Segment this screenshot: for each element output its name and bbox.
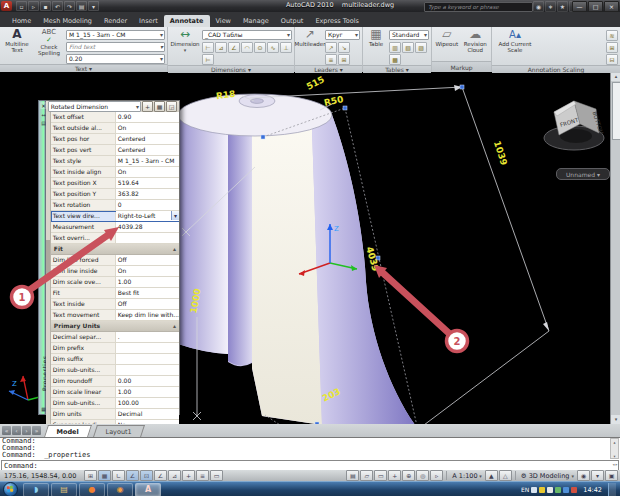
tab-model[interactable]: Model xyxy=(44,425,92,437)
snap-toggle[interactable]: ⊞ xyxy=(84,470,97,481)
ribbon-tab-insert[interactable]: Insert xyxy=(133,15,164,27)
tray-icon-5[interactable] xyxy=(563,487,569,493)
annotation-scale-button[interactable]: A 1:100 xyxy=(450,472,483,480)
prev-tab-icon[interactable]: ‹ xyxy=(12,426,21,435)
add-leader-icon[interactable]: ↗ xyxy=(325,42,337,53)
angular-dimension-icon[interactable]: ∠ xyxy=(228,42,240,53)
remove-leader-icon[interactable]: ↘ xyxy=(338,42,350,53)
property-value[interactable]: On xyxy=(116,266,179,276)
multileader-button[interactable]: ↗ Multileader xyxy=(297,28,323,65)
palette-close-icon[interactable]: ✕ xyxy=(40,102,47,109)
application-menu-button[interactable]: A xyxy=(1,1,12,11)
leaders-panel-label[interactable]: Leaders xyxy=(314,66,338,73)
table-style-combo[interactable]: Standard xyxy=(389,30,429,40)
next-tab-icon[interactable]: › xyxy=(22,426,31,435)
ribbon-tab-express-tools[interactable]: Express Tools xyxy=(309,15,364,27)
data-link-icon[interactable]: ▨ xyxy=(415,42,427,53)
scroll-down-icon[interactable]: ▾ xyxy=(611,415,620,424)
status-overflow-icon[interactable]: ▾ xyxy=(591,470,604,481)
aligned-dimension-icon[interactable]: ⊿ xyxy=(215,42,227,53)
property-value[interactable]: 0.00 xyxy=(116,376,179,386)
property-value[interactable]: On xyxy=(116,123,179,133)
property-value[interactable]: Centered xyxy=(116,134,179,144)
open-icon[interactable]: ▹ xyxy=(28,1,39,11)
command-resize-icon[interactable]: ◂▸ xyxy=(612,461,618,467)
ribbon-tab-view[interactable]: View xyxy=(210,15,237,27)
add-delete-scales-icon[interactable]: ⊞ xyxy=(606,42,618,53)
table-cell-icon[interactable]: ▧ xyxy=(402,42,414,53)
text-panel-label[interactable]: Text xyxy=(75,65,87,72)
radius-dimension-icon[interactable]: ⊙ xyxy=(254,42,266,53)
scrollbar-thumb[interactable] xyxy=(612,82,620,140)
clean-screen-icon[interactable]: ▣ xyxy=(605,470,618,481)
language-indicator[interactable]: EN xyxy=(521,486,529,493)
viewcube[interactable]: FRONT BOTTOM xyxy=(540,92,612,164)
tray-icon-3[interactable] xyxy=(547,487,553,493)
plot-icon[interactable]: ▤ xyxy=(76,1,87,11)
start-button[interactable] xyxy=(3,482,18,496)
wipeout-button[interactable]: ▱ Wipeout xyxy=(434,28,460,61)
property-value[interactable]: 0 xyxy=(116,200,179,210)
otrack-toggle[interactable]: ∠ xyxy=(154,470,167,481)
object-type-combo[interactable]: Rotated Dimension xyxy=(48,101,141,112)
quick-view-drawings-icon[interactable]: ▱ xyxy=(360,470,373,481)
taskbar-clock[interactable]: 14:42 xyxy=(579,486,606,494)
palette-title-strip[interactable]: ✕ ↔ ▤ Properties ▦ xyxy=(38,100,46,415)
property-value[interactable]: Decimal xyxy=(116,409,179,419)
tab-layout1[interactable]: Layout1 xyxy=(93,425,145,437)
coordinates-readout[interactable]: 175.16, 1548.54, 0.00 xyxy=(0,472,84,480)
zoom-icon[interactable]: ⊕ xyxy=(402,470,415,481)
property-value[interactable]: Right-to-Left xyxy=(116,211,179,221)
ortho-toggle[interactable]: ∟ xyxy=(112,470,125,481)
new-icon[interactable]: ▫ xyxy=(16,1,27,11)
table-style-icon[interactable]: ▥ xyxy=(389,42,401,53)
taskbar-app-1[interactable]: ◗ xyxy=(23,483,49,496)
communication-center-icon[interactable]: ∗ xyxy=(545,1,556,12)
infocenter-search-input[interactable]: Type a keyword or phrase xyxy=(424,2,533,12)
annotation-scaling-panel-label[interactable]: Annotation Scaling xyxy=(528,66,585,73)
command-scrollbar[interactable]: ▴▾ xyxy=(610,438,619,459)
section-header-fit[interactable]: Fit xyxy=(51,244,179,255)
multiline-text-button[interactable]: A Multiline Text xyxy=(2,28,32,64)
ribbon-tab-output[interactable]: Output xyxy=(275,15,310,27)
redo-icon[interactable]: ↷ xyxy=(64,1,75,11)
qp-toggle[interactable]: ▭ xyxy=(210,470,223,481)
show-desktop-button[interactable] xyxy=(608,483,616,496)
property-value[interactable]: . xyxy=(116,332,179,342)
property-value[interactable]: Off xyxy=(116,299,179,309)
viewcube-view-name-button[interactable]: Unnamed▾ xyxy=(556,168,610,180)
revision-cloud-button[interactable]: ☁ Revision Cloud xyxy=(462,28,489,61)
property-value[interactable] xyxy=(116,354,179,364)
property-value[interactable]: 519.64 xyxy=(116,178,179,188)
qat-dropdown-icon[interactable]: ▾ xyxy=(88,1,99,11)
save-icon[interactable]: ▪ xyxy=(40,1,51,11)
dimension-button[interactable]: ↔ Dimension ▾ xyxy=(170,28,200,65)
tray-icon-6[interactable] xyxy=(571,487,577,493)
ordinate-dimension-icon[interactable]: ⊥ xyxy=(280,42,292,53)
minimize-button[interactable]: — xyxy=(572,1,587,12)
show-motion-icon[interactable]: ▹ xyxy=(430,470,443,481)
markup-panel-label[interactable]: Markup xyxy=(450,64,472,71)
property-value[interactable]: 0.90 xyxy=(116,112,179,122)
property-value[interactable] xyxy=(116,233,179,243)
quick-select-icon[interactable]: ▦ xyxy=(154,101,165,112)
property-value[interactable] xyxy=(116,343,179,353)
tray-icon-2[interactable] xyxy=(539,487,545,493)
tray-icon-4[interactable] xyxy=(555,487,561,493)
pan-icon[interactable]: + xyxy=(388,470,401,481)
palette-scrollbar[interactable] xyxy=(46,112,51,431)
ducs-toggle[interactable]: ⊿ xyxy=(168,470,181,481)
last-tab-icon[interactable]: » xyxy=(32,426,41,435)
check-spelling-button[interactable]: ABC✓ Check Spelling xyxy=(34,28,64,64)
drawing-vertical-scrollbar[interactable]: ▴ ▾ xyxy=(610,72,620,424)
grid-toggle[interactable]: ▦ xyxy=(98,470,111,481)
add-current-scale-button[interactable]: A▴ Add Current Scale xyxy=(494,28,536,65)
property-value[interactable]: M 1_15 - 3arn - CM xyxy=(116,156,179,166)
property-value[interactable] xyxy=(116,365,179,375)
toolbar-lock-icon[interactable]: ◉ xyxy=(577,470,590,481)
tray-icon-1[interactable] xyxy=(531,487,537,493)
property-value[interactable]: Best fit xyxy=(116,288,179,298)
find-text-input[interactable]: Find text xyxy=(66,42,165,52)
taskbar-app-explorer[interactable]: ▤ xyxy=(51,483,77,496)
align-leaders-icon[interactable]: ≡ xyxy=(325,54,337,65)
